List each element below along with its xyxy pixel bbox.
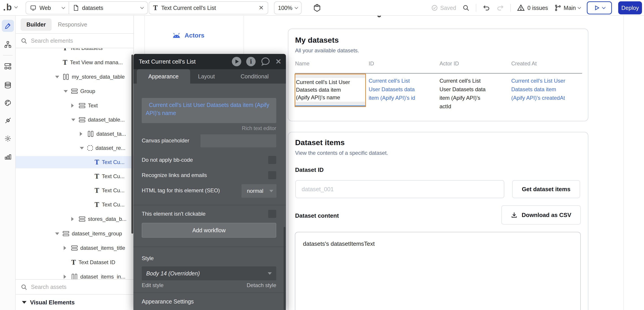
tree-item[interactable]: T Text Datasets <box>16 48 134 54</box>
sidebar-item-actors[interactable]: Actors <box>172 32 204 39</box>
tab-appearance[interactable]: Appearance <box>137 69 190 84</box>
tree-item[interactable]: T Text Cu... <box>16 199 134 211</box>
rich-text-editor-link[interactable]: Rich text editor <box>142 125 276 131</box>
search-elements-input[interactable] <box>31 38 116 44</box>
inspector-scrollbar[interactable] <box>284 227 286 310</box>
dataset-id-input[interactable] <box>295 180 504 198</box>
settings-tab[interactable] <box>4 135 12 142</box>
add-workflow-button[interactable]: Add workflow <box>142 223 276 238</box>
html-tag-dropdown[interactable]: normal <box>242 184 276 198</box>
tree-item[interactable]: Group <box>16 85 134 97</box>
redo-icon[interactable] <box>496 4 504 12</box>
cell-created-at[interactable]: Current cell's List User Datasets data i… <box>511 77 565 102</box>
cell-actor-id[interactable]: Current cell's List User Datasets data i… <box>440 77 486 111</box>
data-tab[interactable] <box>4 82 12 89</box>
close-icon[interactable]: ✕ <box>275 57 282 66</box>
zoom-dropdown[interactable]: 100% <box>274 1 302 14</box>
tree-item[interactable]: T Text Dataset ID <box>16 256 134 268</box>
style-dropdown[interactable]: Body 14 (Overridden) <box>142 266 276 280</box>
text-element-icon: T <box>95 188 99 194</box>
style-label: Style <box>142 255 154 261</box>
components-tab[interactable] <box>4 63 12 70</box>
chevron-down-icon[interactable] <box>55 232 59 235</box>
tree-item[interactable]: dataset_items_title <box>16 242 134 254</box>
chevron-down-icon[interactable] <box>55 76 59 78</box>
cell-id[interactable]: Current cell's List User Datasets data i… <box>369 77 415 102</box>
platform-dropdown[interactable]: Web <box>26 2 69 14</box>
undo-icon[interactable] <box>482 4 490 12</box>
preview-button[interactable] <box>587 1 612 14</box>
tree-item[interactable]: dataset_items_in... <box>16 271 134 279</box>
tree-item[interactable]: stores_data_b... <box>16 213 134 225</box>
palette-icon <box>4 99 12 106</box>
tab-builder[interactable]: Builder <box>21 19 52 31</box>
my-datasets-card[interactable]: My datasets All your available datasets.… <box>288 29 588 121</box>
links-checkbox[interactable] <box>268 171 276 179</box>
chevron-right-icon[interactable] <box>64 246 66 250</box>
issues-indicator[interactable]: 0 issues <box>517 4 548 12</box>
android-robot-icon <box>172 33 180 38</box>
chevron-right-icon[interactable] <box>71 217 74 221</box>
tab-conditional[interactable]: Conditional <box>240 69 269 84</box>
get-dataset-items-button[interactable]: Get dataset items <box>512 180 580 198</box>
dataset-items-card[interactable]: Dataset items View the contents of a spe… <box>288 132 588 310</box>
download-csv-button[interactable]: Download as CSV <box>502 205 581 225</box>
branch-selector[interactable]: Main <box>554 4 580 12</box>
visual-elements-section[interactable]: Visual Elements <box>16 294 134 310</box>
open-element-tab[interactable]: T Text Current cell's List ✕ <box>149 1 268 14</box>
chevron-right-icon[interactable] <box>71 104 74 108</box>
canvas-placeholder-input[interactable] <box>200 134 276 147</box>
search-assets-input[interactable] <box>31 284 105 290</box>
search-assets-row <box>16 279 134 294</box>
tree-item[interactable]: my_stores_data_table <box>16 71 134 83</box>
inspector-header[interactable]: Text Current cell's List i ✕ <box>134 54 286 69</box>
zoom-level: 100% <box>278 5 292 11</box>
property-inspector[interactable]: Text Current cell's List i ✕ Appearance … <box>134 54 286 310</box>
tree-item[interactable]: dataset_re... <box>16 142 134 154</box>
chevron-down-icon[interactable] <box>71 119 75 121</box>
tree-item-selected[interactable]: T Text Cu... <box>16 156 134 168</box>
tree-item-label: Text Cu... <box>102 173 124 180</box>
design-tab-selected[interactable] <box>2 20 14 32</box>
chevron-right-icon[interactable] <box>80 132 82 136</box>
text-expression-editor[interactable]: Current cell's List User Datasets data i… <box>142 98 276 123</box>
run-icon[interactable] <box>232 57 241 66</box>
tree-item[interactable]: Text <box>16 99 134 112</box>
tree-item-label: dataset_items_group <box>72 230 122 237</box>
app-logo[interactable]: b <box>4 2 17 13</box>
tree-item[interactable]: dataset_items_group <box>16 228 134 240</box>
dataset-items-title: Dataset items <box>295 138 345 147</box>
comment-icon[interactable] <box>260 57 270 66</box>
tab-responsive[interactable]: Responsive <box>58 21 87 28</box>
info-icon[interactable]: i <box>246 57 256 66</box>
styles-tab[interactable] <box>4 99 12 106</box>
tree-item[interactable]: dataset_table... <box>16 114 134 126</box>
tab-layout[interactable]: Layout <box>198 69 215 84</box>
tree-item[interactable]: T Text Cu... <box>16 185 134 197</box>
monitor-icon <box>30 5 36 11</box>
selected-text-element-cell[interactable]: Current cell's List User Datasets data i… <box>295 74 366 107</box>
chevron-down-icon[interactable] <box>64 90 68 93</box>
detach-style-link[interactable]: Detach style <box>142 282 276 288</box>
elements-panel: Builder Responsive T Text Datasets T Tex… <box>16 16 134 310</box>
close-icon[interactable]: ✕ <box>258 4 264 12</box>
top-toolbar: b Web datasets T Text Current cell's Lis… <box>0 0 644 16</box>
divider <box>510 4 511 12</box>
saved-label: Saved <box>440 5 456 11</box>
tree-item[interactable]: T Text View and mana... <box>16 56 134 69</box>
bbcode-checkbox[interactable] <box>268 156 276 164</box>
page-icon <box>73 5 79 11</box>
chevron-down-icon[interactable] <box>80 147 84 149</box>
tree-item[interactable]: dataset_ta... <box>16 128 134 140</box>
plugins-tab[interactable] <box>4 117 12 124</box>
chevron-right-icon[interactable] <box>64 275 66 279</box>
not-clickable-checkbox[interactable] <box>268 210 276 218</box>
tree-scrollbar[interactable] <box>132 55 133 234</box>
logs-tab[interactable] <box>4 153 12 161</box>
search-icon[interactable] <box>462 4 470 12</box>
deploy-button[interactable]: Deploy <box>618 1 642 14</box>
tree-item[interactable]: T Text Cu... <box>16 170 134 182</box>
component-library-button[interactable] <box>313 4 321 12</box>
page-dropdown[interactable]: datasets <box>69 2 147 14</box>
workflow-tab[interactable] <box>4 41 12 48</box>
